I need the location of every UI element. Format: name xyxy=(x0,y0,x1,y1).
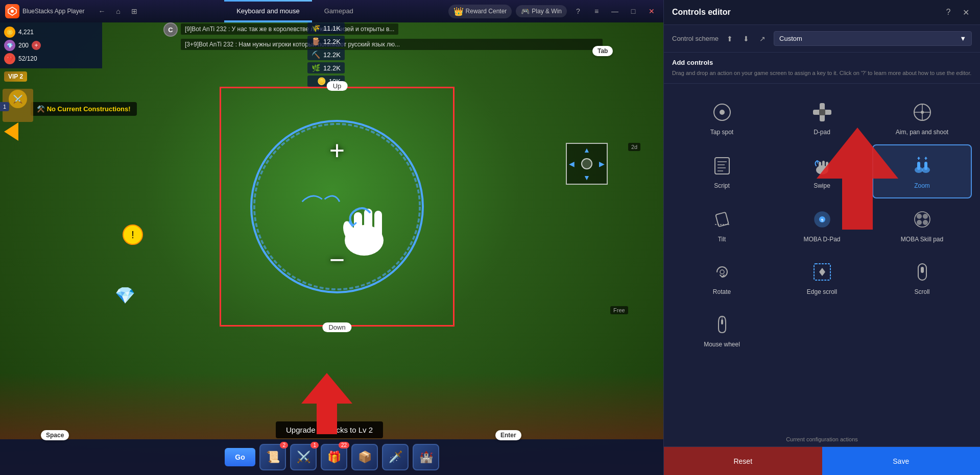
minimize-button[interactable]: — xyxy=(608,4,622,18)
gem-resource: 💎 200 + xyxy=(4,40,98,51)
move-left-arrow: ◀ xyxy=(569,160,575,168)
control-mouse-wheel[interactable]: Mouse wheel xyxy=(672,304,772,356)
svg-marker-56 xyxy=(817,128,898,230)
scheme-icons: ⬆ ⬇ ↗ xyxy=(724,33,769,45)
control-scheme-section: Control scheme ⬆ ⬇ ↗ Custom ▼ xyxy=(664,25,980,53)
move-up-arrow: ▲ xyxy=(583,146,590,154)
panel-header: Controls editor ? ✕ xyxy=(664,0,980,25)
play-win-button[interactable]: 🎮 Play & Win xyxy=(516,5,567,17)
bottom-actions: Reset Save xyxy=(664,446,980,475)
zoom-circle: + − xyxy=(250,120,424,293)
back-button[interactable]: ← xyxy=(94,4,109,18)
tab-keyboard-mouse[interactable]: Keyboard and mouse xyxy=(224,0,312,22)
badge-2d: 2d xyxy=(628,143,640,151)
control-scroll[interactable]: Scroll xyxy=(872,252,972,304)
panel-close-button[interactable]: ✕ xyxy=(960,6,972,18)
svg-marker-36 xyxy=(917,157,920,159)
zoom-control-overlay[interactable]: + − xyxy=(220,87,455,327)
go-button[interactable]: Go xyxy=(225,448,255,466)
svg-rect-7 xyxy=(354,212,362,240)
resource-bar: 🪙 4,221 💎 200 + ❤️ 52/120 xyxy=(0,22,102,68)
badge-2: 1 xyxy=(310,442,319,448)
resource-stone: ⛏️ 12.2K xyxy=(307,49,345,60)
moba-skill-pad-label: MOBA Skill pad xyxy=(901,236,943,243)
move-control-widget[interactable]: ▲ ▼ ◀ ▶ xyxy=(566,143,608,185)
upload-icon[interactable]: ⬆ xyxy=(724,33,736,45)
add-gems-button[interactable]: + xyxy=(32,41,41,50)
resources-panel: 🌾 11.1K 🪵 12.2K ⛏️ 12.2K 🌿 12.2K 🪙 10K xyxy=(307,22,345,87)
help-button[interactable]: ? xyxy=(571,4,585,18)
control-rotate[interactable]: Rotate xyxy=(672,252,772,304)
action-button-2[interactable]: ⚔️ 1 xyxy=(290,444,317,470)
close-button[interactable]: ✕ xyxy=(644,4,659,18)
reset-button[interactable]: Reset xyxy=(664,447,822,475)
svg-marker-11 xyxy=(301,373,352,434)
bluestacks-logo: BlueStacks App Player xyxy=(0,4,89,18)
tab-key-label: Tab xyxy=(592,46,613,55)
control-edge-scroll[interactable]: Edge scroll xyxy=(772,252,872,304)
svg-rect-53 xyxy=(921,267,924,273)
svg-rect-16 xyxy=(819,109,825,115)
tab-bar: Keyboard and mouse Gamepad xyxy=(147,0,443,22)
home-button[interactable]: ⌂ xyxy=(111,4,125,18)
scroll-icon xyxy=(910,260,935,284)
bottom-action-bar: Go 📜 2 ⚔️ 1 🎁 22 📦 🗡️ 🏰 xyxy=(0,439,664,475)
badge-3: 22 xyxy=(339,442,349,448)
rotate-label: Rotate xyxy=(713,288,731,295)
chat-area: C [9]Bot AnTi 232 : У нас так же в корол… xyxy=(163,22,603,51)
action-button-1[interactable]: 📜 2 xyxy=(259,444,286,470)
badge-1: 2 xyxy=(280,442,288,448)
tilt-icon xyxy=(710,207,734,232)
svg-point-45 xyxy=(923,214,928,219)
save-button[interactable]: Save xyxy=(822,447,981,475)
panel-title: Controls editor xyxy=(672,8,731,17)
alert-icon: ! xyxy=(123,224,143,245)
reward-center-button[interactable]: 👑 Reward Center xyxy=(448,5,512,18)
action-button-5[interactable]: 🗡️ xyxy=(382,444,409,470)
svg-point-46 xyxy=(917,220,922,225)
move-right-arrow: ▶ xyxy=(599,160,605,168)
scheme-select-dropdown[interactable]: Custom ▼ xyxy=(774,31,972,46)
svg-rect-33 xyxy=(924,162,927,170)
tap-spot-icon xyxy=(710,100,734,124)
control-tap-spot[interactable]: Tap spot xyxy=(672,92,772,144)
level-badge: 1 xyxy=(0,102,9,111)
panel-help-button[interactable]: ? xyxy=(942,6,954,18)
svg-marker-50 xyxy=(819,268,825,272)
move-down-arrow: ▼ xyxy=(583,173,590,182)
svg-point-44 xyxy=(917,214,922,219)
svg-point-1 xyxy=(11,10,14,13)
panel-header-icons: ? ✕ xyxy=(942,6,972,18)
vip-badge: VIP 2 xyxy=(4,71,27,82)
control-tilt[interactable]: Tilt xyxy=(672,199,772,251)
multi-window-button[interactable]: ⊞ xyxy=(127,4,141,18)
gold-resource: 🪙 4,221 xyxy=(4,27,98,38)
controls-panel: Controls editor ? ✕ Control scheme ⬆ ⬇ ↗… xyxy=(663,0,980,475)
share-icon[interactable]: ↗ xyxy=(756,33,769,45)
control-script[interactable]: Script xyxy=(672,144,772,198)
edge-scroll-icon xyxy=(810,260,834,284)
svg-point-48 xyxy=(720,270,724,274)
hamburger-menu-button[interactable]: ≡ xyxy=(589,4,604,18)
script-label: Script xyxy=(714,182,730,189)
tab-gamepad[interactable]: Gamepad xyxy=(312,0,366,22)
top-bar: BlueStacks App Player ← ⌂ ⊞ Keyboard and… xyxy=(0,0,664,22)
action-button-4[interactable]: 📦 xyxy=(351,444,378,470)
action-button-6[interactable]: 🏰 xyxy=(413,444,439,470)
gem-icon: 💎 xyxy=(4,40,15,51)
download-icon[interactable]: ⬇ xyxy=(740,33,752,45)
badge-free: Free xyxy=(610,306,628,314)
svg-rect-8 xyxy=(364,209,372,240)
aim-pan-shoot-icon xyxy=(910,100,935,124)
add-controls-section: Add controls Drag and drop an action on … xyxy=(664,53,980,84)
rotate-icon xyxy=(710,260,734,284)
maximize-button[interactable]: □ xyxy=(626,4,640,18)
script-icon xyxy=(710,154,734,178)
game-area: BlueStacks App Player ← ⌂ ⊞ Keyboard and… xyxy=(0,0,664,475)
bluestacks-icon xyxy=(5,4,19,18)
window-controls-left: ← ⌂ ⊞ xyxy=(89,4,147,18)
big-red-arrow-overlay xyxy=(817,128,898,232)
nav-arrow-left[interactable] xyxy=(4,122,18,141)
action-button-3[interactable]: 🎁 22 xyxy=(321,444,347,470)
enter-key-label: Enter xyxy=(495,430,521,439)
